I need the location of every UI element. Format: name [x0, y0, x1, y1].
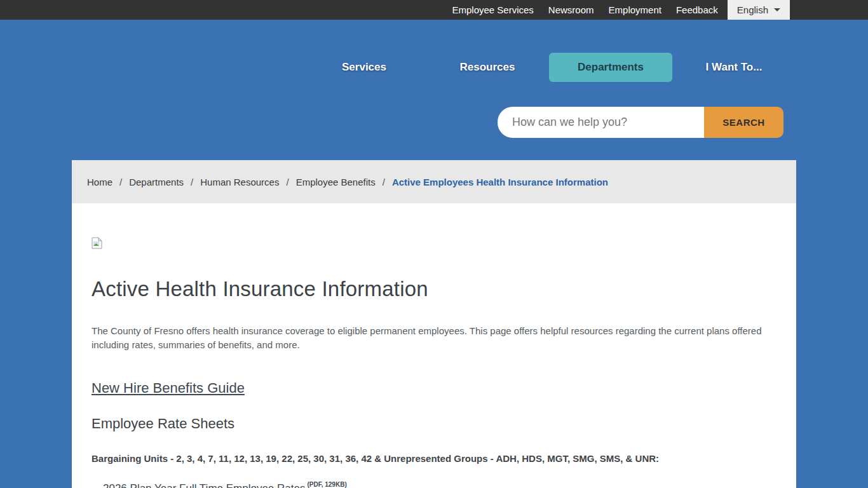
- intro-paragraph: The County of Fresno offers health insur…: [92, 324, 764, 352]
- chevron-down-icon: [774, 8, 780, 11]
- employee-rate-sheets-heading: Employee Rate Sheets: [92, 416, 776, 432]
- rate-sheet-pdf-link[interactable]: 2026 Plan Year Full Time Employee Rates(…: [103, 481, 347, 488]
- pdf-file-meta: (PDF, 129KB): [307, 481, 346, 488]
- nav-item-i-want-to[interactable]: I Want To...: [672, 53, 796, 82]
- page-container: Home / Departments / Human Resources / E…: [72, 160, 796, 488]
- breadcrumb-separator: /: [383, 177, 385, 187]
- main-content: Active Health Insurance Information The …: [72, 203, 796, 488]
- search-bar: SEARCH: [498, 107, 783, 138]
- topbar-link-feedback[interactable]: Feedback: [676, 4, 718, 15]
- language-selector-label: English: [737, 4, 768, 15]
- breadcrumb: Home / Departments / Human Resources / E…: [72, 160, 796, 203]
- nav-item-resources[interactable]: Resources: [426, 53, 549, 82]
- site-header: Services Resources Departments I Want To…: [0, 20, 868, 160]
- breadcrumb-human-resources[interactable]: Human Resources: [200, 177, 279, 187]
- breadcrumb-current-page: Active Employees Health Insurance Inform…: [392, 177, 608, 187]
- utility-bar: Employee Services Newsroom Employment Fe…: [0, 0, 868, 20]
- new-hire-benefits-guide-link[interactable]: New Hire Benefits Guide: [92, 380, 245, 396]
- breadcrumb-home[interactable]: Home: [87, 177, 112, 187]
- page-title: Active Health Insurance Information: [92, 277, 776, 301]
- breadcrumb-separator: /: [191, 177, 193, 187]
- language-selector[interactable]: English: [728, 0, 790, 20]
- topbar-link-employee-services[interactable]: Employee Services: [452, 4, 533, 15]
- broken-image-icon: [92, 237, 102, 249]
- search-input[interactable]: [498, 107, 704, 138]
- bargaining-units-label: Bargaining Units - 2, 3, 4, 7, 11, 12, 1…: [92, 453, 776, 464]
- nav-item-departments[interactable]: Departments: [549, 53, 672, 82]
- topbar-link-newsroom[interactable]: Newsroom: [548, 4, 594, 15]
- main-navigation: Services Resources Departments I Want To…: [302, 53, 796, 82]
- search-button[interactable]: SEARCH: [704, 107, 783, 138]
- breadcrumb-separator: /: [119, 177, 122, 187]
- breadcrumb-employee-benefits[interactable]: Employee Benefits: [296, 177, 376, 187]
- nav-item-services[interactable]: Services: [302, 53, 426, 82]
- topbar-link-employment[interactable]: Employment: [609, 4, 661, 15]
- breadcrumb-departments[interactable]: Departments: [129, 177, 184, 187]
- breadcrumb-separator: /: [286, 177, 288, 187]
- rate-sheet-pdf-link-label: 2026 Plan Year Full Time Employee Rates: [103, 482, 305, 488]
